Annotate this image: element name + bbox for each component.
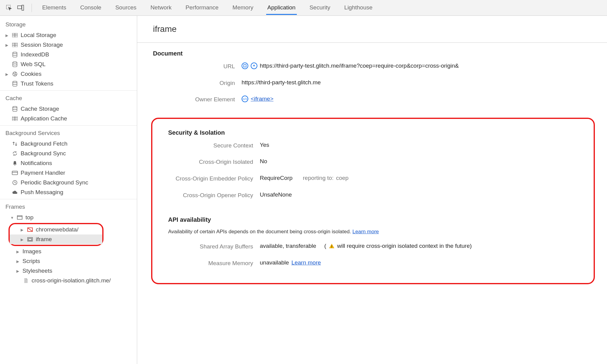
sidebar-item-label: Trust Tokens	[21, 80, 53, 87]
database-icon	[12, 80, 18, 87]
reload-icon[interactable]	[251, 62, 257, 69]
svg-point-10	[14, 75, 15, 75]
sidebar-item-application-cache[interactable]: Application Cache	[0, 114, 137, 123]
devtools-tabs: Elements Console Sources Network Perform…	[41, 1, 374, 15]
sidebar-item-websql[interactable]: Web SQL	[0, 59, 137, 69]
tab-network[interactable]: Network	[149, 1, 173, 15]
device-toolbar-icon[interactable]	[17, 4, 24, 12]
sidebar-item-session-storage[interactable]: ▶ Session Storage	[0, 40, 137, 50]
code-icon[interactable]: </>	[242, 96, 248, 102]
sidebar-item-cache-storage[interactable]: Cache Storage	[0, 104, 137, 114]
sidebar-item-label: Background Sync	[21, 150, 66, 157]
row-measure-memory: Measure Memory unavailable Learn more	[168, 259, 582, 268]
sidebar-item-frame-iframe[interactable]: ▶ iframe	[10, 234, 102, 244]
sidebar-item-local-storage[interactable]: ▶ Local Storage	[0, 30, 137, 40]
sidebar-item-payment-handler[interactable]: Payment Handler	[0, 168, 137, 178]
cloud-icon	[12, 189, 18, 196]
sidebar-item-label: Background Fetch	[21, 140, 67, 147]
section-heading-api: API availability	[168, 216, 582, 223]
value-shared-array-buffers: available, transferable	[260, 243, 316, 249]
frames-highlight-box: ▶ chromewebdata/ ▶ iframe	[8, 223, 103, 246]
sidebar-item-push-messaging[interactable]: Push Messaging	[0, 187, 137, 197]
svg-point-11	[15, 74, 16, 75]
row-secure-context: Secure Context Yes	[168, 142, 582, 150]
svg-rect-1	[18, 6, 22, 9]
sidebar-item-images[interactable]: ▶ Images	[0, 247, 137, 256]
svg-rect-21	[29, 238, 32, 241]
application-sidebar: Storage ▶ Local Storage ▶ Session Storag…	[0, 16, 137, 364]
row-shared-array-buffers: Shared Array Buffers available, transfer…	[168, 243, 582, 251]
content-title-row: iframe	[137, 16, 607, 43]
tab-memory[interactable]: Memory	[231, 1, 255, 15]
sidebar-item-indexeddb[interactable]: IndexedDB	[0, 50, 137, 59]
svg-point-12	[13, 81, 17, 83]
sidebar-item-background-fetch[interactable]: Background Fetch	[0, 139, 137, 149]
svg-point-15	[15, 165, 15, 166]
label-coep-reporting: reporting to:	[303, 175, 334, 181]
sidebar-item-label: iframe	[36, 236, 52, 243]
content-pane: iframe Document URL https://third-party-…	[137, 16, 607, 364]
sidebar-item-label: Session Storage	[21, 42, 63, 48]
section-heading-document: Document	[153, 50, 595, 57]
label-cross-origin-isolated: Cross-Origin Isolated	[168, 158, 253, 166]
sidebar-section-background-services: Background Services	[0, 127, 137, 139]
value-measure-memory: unavailable	[260, 259, 289, 266]
expand-icon: ▶	[16, 250, 20, 253]
api-availability-description: Availability of certain APIs depends on …	[168, 229, 351, 234]
svg-point-8	[14, 73, 14, 74]
open-in-new-icon[interactable]	[242, 62, 248, 69]
inspect-icon[interactable]	[5, 4, 13, 12]
sidebar-item-frame-chromewebdata[interactable]: ▶ chromewebdata/	[10, 225, 102, 234]
database-icon	[12, 61, 18, 68]
svg-rect-2	[22, 5, 24, 10]
tab-elements[interactable]: Elements	[41, 1, 67, 15]
sync-icon	[12, 150, 18, 157]
measure-memory-learn-more-link[interactable]: Learn more	[291, 259, 321, 266]
row-owner-element: Owner Element </> <iframe>	[153, 96, 595, 104]
transfer-icon	[12, 140, 18, 147]
label-url: URL	[153, 62, 235, 71]
sidebar-item-stylesheets[interactable]: ▶ Stylesheets	[0, 266, 137, 276]
api-learn-more-link[interactable]: Learn more	[352, 229, 379, 234]
table-icon	[12, 42, 18, 48]
sidebar-item-label: Cache Storage	[21, 106, 59, 112]
sidebar-item-trust-tokens[interactable]: Trust Tokens	[0, 79, 137, 89]
tab-console[interactable]: Console	[79, 1, 103, 15]
svg-rect-23	[331, 245, 332, 247]
sidebar-item-label: Payment Handler	[21, 170, 65, 176]
sidebar-item-notifications[interactable]: Notifications	[0, 158, 137, 168]
sidebar-item-periodic-background-sync[interactable]: Periodic Background Sync	[0, 178, 137, 187]
label-shared-array-buffers: Shared Array Buffers	[168, 243, 253, 251]
owner-element-link[interactable]: <iframe>	[251, 96, 273, 102]
sidebar-item-label: chromewebdata/	[36, 226, 78, 233]
sidebar-item-label: Images	[22, 248, 41, 255]
tab-sources[interactable]: Sources	[114, 1, 138, 15]
tab-lighthouse[interactable]: Lighthouse	[343, 1, 374, 15]
card-icon	[12, 170, 18, 176]
sidebar-item-cookies[interactable]: ▶ Cookies	[0, 69, 137, 79]
sidebar-section-storage: Storage	[0, 19, 137, 30]
sab-note-open: (	[324, 243, 326, 249]
row-cross-origin-isolated: Cross-Origin Isolated No	[168, 158, 582, 166]
sidebar-item-frame-leaf[interactable]: cross-origin-isolation.glitch.me/	[0, 276, 137, 285]
warning-icon	[329, 243, 335, 249]
value-url: https://third-party-test.glitch.me/ifram…	[260, 62, 459, 69]
tab-security[interactable]: Security	[308, 1, 332, 15]
sidebar-item-label: Notifications	[21, 160, 52, 167]
sidebar-item-background-sync[interactable]: Background Sync	[0, 149, 137, 158]
section-security-isolation: Security & Isolation Secure Context Yes …	[152, 122, 594, 209]
tab-application[interactable]: Application	[266, 1, 297, 15]
sidebar-item-label: Periodic Background Sync	[21, 179, 88, 186]
section-document: Document URL https://third-party-test.gl…	[137, 43, 607, 115]
svg-point-13	[13, 106, 17, 108]
sidebar-item-scripts[interactable]: ▶ Scripts	[0, 256, 137, 266]
row-coop: Cross-Origin Opener Policy UnsafeNone	[168, 191, 582, 200]
sidebar-item-frame-top[interactable]: ▼ top	[0, 213, 137, 222]
label-secure-context: Secure Context	[168, 142, 253, 150]
label-coop: Cross-Origin Opener Policy	[168, 191, 253, 200]
value-secure-context: Yes	[260, 142, 269, 148]
expand-icon: ▶	[21, 238, 24, 241]
collapse-icon: ▼	[10, 216, 14, 219]
table-icon	[12, 115, 18, 122]
tab-performance[interactable]: Performance	[184, 1, 220, 15]
